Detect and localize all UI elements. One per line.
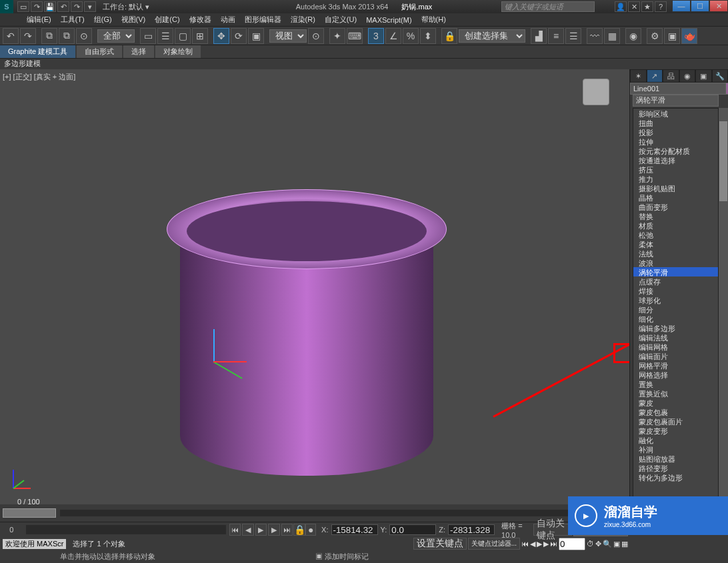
modifier-item[interactable]: 融化 [633,435,718,444]
polygon-modeling-label[interactable]: 多边形建模 [0,59,728,69]
window-crossing-icon[interactable]: ⊞ [192,28,208,44]
time-config-icon[interactable]: ⏱ [587,540,594,548]
angle-snap-icon[interactable]: ∠ [385,28,401,44]
coord-y[interactable] [389,524,436,535]
track-bar[interactable] [26,525,226,534]
modifier-item[interactable]: 编辑网格 [633,342,718,351]
modifier-item[interactable]: 点缓存 [633,277,718,286]
key-icon[interactable]: ● [305,524,316,536]
help-icon[interactable]: ? [655,1,667,12]
percent-snap-icon[interactable]: % [403,28,419,44]
modifier-item[interactable]: 拉伸 [633,137,718,146]
favorite-icon[interactable]: ★ [641,1,653,12]
menu-graph-editors[interactable]: 图形编辑器 [245,15,281,25]
modifier-item[interactable]: 路径变形 [633,463,718,472]
coord-x[interactable] [331,524,378,535]
current-frame-input[interactable] [559,538,585,550]
play-icon[interactable]: ▶ [255,524,267,536]
modifier-item[interactable]: 置换 [633,379,718,388]
modifier-item[interactable]: 推力 [633,174,718,183]
modifier-item[interactable]: 转化为多边形 [633,472,718,482]
tab-object-paint[interactable]: 对象绘制 [155,45,201,58]
modifier-item[interactable]: 蒙皮变形 [633,426,718,435]
modifier-list-dropdown[interactable]: 涡轮平滑 [633,95,719,107]
selection-filter[interactable]: 全部 [97,29,135,43]
close-button[interactable]: ✕ [709,0,728,12]
modifier-item[interactable]: 焊接 [633,286,718,295]
render-setup-icon[interactable]: ⚙ [647,28,663,44]
modifier-item[interactable]: 材质 [633,221,718,230]
unlink-icon[interactable]: ⧉ [59,28,75,44]
menu-create[interactable]: 创建(C) [155,15,179,25]
menu-edit[interactable]: 编辑(E) [27,15,51,25]
menu-view[interactable]: 视图(V) [121,15,146,25]
modifier-item[interactable]: 影响区域 [633,109,718,118]
exchange-icon[interactable]: ✕ [628,1,640,12]
modifier-item[interactable]: 球形化 [633,295,718,304]
timeline-track[interactable] [60,510,625,516]
goto-end-icon[interactable]: ⏭ [281,524,293,536]
menu-group[interactable]: 组(G) [94,15,112,25]
redo-icon[interactable]: ↷ [71,1,83,12]
modifier-item[interactable]: 置换近似 [633,388,718,398]
object-name-input[interactable] [630,83,726,95]
modify-tab-icon[interactable]: ↗ [647,69,663,83]
transform-gizmo[interactable] [200,322,253,376]
undo-icon[interactable]: ↶ [57,1,69,12]
modifier-item[interactable]: 替换 [633,211,718,221]
snap-toggle-icon[interactable]: 3 [368,28,384,44]
motion-tab-icon[interactable]: ◉ [679,69,696,83]
spinner-snap-icon[interactable]: ⬍ [420,28,436,44]
modifier-item[interactable]: 法线 [633,249,718,258]
viewport[interactable]: [+] [正交] [真实 + 边面] [0,69,629,504]
align-icon[interactable]: ≡ [548,28,564,44]
redo-button[interactable]: ↷ [20,28,36,44]
auto-key-button[interactable]: 自动关键点 [533,524,572,536]
display-tab-icon[interactable]: ▣ [695,69,712,83]
modifier-item[interactable]: 松弛 [633,230,718,239]
modifier-item[interactable]: 贴图缩放器 [633,454,718,463]
modifier-item[interactable]: 蒙皮包裹面片 [633,416,718,426]
menu-help[interactable]: 帮助(H) [421,15,446,25]
menu-animation[interactable]: 动画 [221,15,235,25]
menu-tools[interactable]: 工具(T) [61,15,85,25]
mirror-icon[interactable]: ▟ [531,28,547,44]
modifier-item[interactable]: 晶格 [633,193,718,202]
scale-icon[interactable]: ▣ [248,28,264,44]
modifier-scrollbar[interactable] [719,108,728,560]
select-icon[interactable]: ▭ [140,28,156,44]
goto-start-icon[interactable]: ⏮ [229,524,241,536]
layer-icon[interactable]: ☰ [565,28,581,44]
modifier-item[interactable]: 投影 [633,127,718,137]
modifier-item[interactable]: 编辑法线 [633,332,718,342]
render-frame-icon[interactable]: ▣ [664,28,680,44]
modifier-item[interactable]: 挤压 [633,165,718,174]
modifier-item[interactable]: 细分 [633,304,718,314]
viewport-label[interactable]: [+] [正交] [真实 + 边面] [3,72,75,82]
rotate-icon[interactable]: ⟳ [231,28,247,44]
modifier-item[interactable]: 网格选择 [633,370,718,379]
select-name-icon[interactable]: ☰ [157,28,173,44]
nav-play-icon[interactable]: ▶ [537,540,542,548]
search-input[interactable]: 键入关键字或短语 [501,1,595,12]
tab-graphite[interactable]: Graphite 建模工具 [0,45,75,58]
select-region-icon[interactable]: ▢ [175,28,191,44]
nav-goto-start-icon[interactable]: ⏮ [521,540,529,548]
zoom-icon[interactable]: 🔍 [603,540,612,548]
undo-button[interactable]: ↶ [3,28,19,44]
modifier-list[interactable]: 影响区域扭曲投影拉伸按元素分配材质按通道选择挤压推力摄影机贴图晶格曲面变形替换材… [633,108,719,560]
add-time-tag[interactable]: ▣ 添加时间标记 [315,552,369,562]
bind-icon[interactable]: ⊙ [76,28,92,44]
modifier-item[interactable]: 蒙皮包裹 [633,407,718,416]
modifier-item[interactable]: 按通道选择 [633,155,718,165]
nav-prev-icon[interactable]: ◀ [530,540,535,548]
modifier-item[interactable]: 曲面变形 [633,202,718,211]
modifier-item[interactable]: 扭曲 [633,118,718,127]
modifier-item[interactable]: 波浪 [633,258,718,267]
timeline[interactable]: 0 / 100 [0,504,629,522]
nav-goto-end-icon[interactable]: ⏭ [550,540,557,548]
menu-customize[interactable]: 自定义(U) [325,15,357,25]
maximize-button[interactable]: ☐ [691,0,709,12]
modifier-item[interactable]: 涡轮平滑 [633,267,718,277]
keyboard-shortcut-icon[interactable]: ⌨ [347,28,363,44]
